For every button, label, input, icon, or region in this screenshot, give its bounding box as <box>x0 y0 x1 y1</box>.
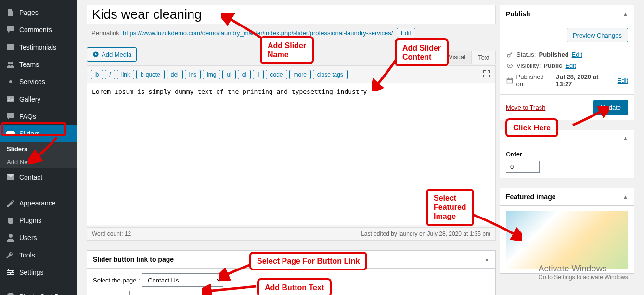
calendar-icon <box>506 77 514 84</box>
eye-icon <box>506 63 514 69</box>
svg-point-14 <box>509 65 511 66</box>
qt-italic[interactable]: i <box>105 70 115 79</box>
sidebar-item-sliders[interactable]: Sliders <box>0 125 77 142</box>
sidebar-item-plugins[interactable]: Plugins <box>0 212 77 229</box>
right-column: Publish ▲ Preview Changes Status: Publis… <box>500 5 634 283</box>
editor-tabs: Visual Text <box>442 51 496 64</box>
sidebar-label: Users <box>19 234 37 242</box>
select-page-dropdown[interactable]: Contact Us <box>142 273 223 287</box>
attributes-box: ▲ Order <box>500 130 634 178</box>
team-icon <box>6 60 15 69</box>
toggle-arrow-icon[interactable]: ▲ <box>623 194 628 200</box>
tool-icon <box>6 250 15 260</box>
toggle-arrow-icon[interactable]: ▲ <box>623 11 628 17</box>
settings-icon <box>6 268 15 277</box>
comment-icon <box>6 25 15 35</box>
permalink-edit-button[interactable]: Edit <box>397 28 415 38</box>
sidebar-item-users[interactable]: Users <box>0 229 77 246</box>
published-value: Jul 28, 2020 at 13:27 <box>556 73 615 88</box>
qt-code[interactable]: code <box>266 70 287 79</box>
qt-closetags[interactable]: close tags <box>313 70 348 79</box>
svg-point-13 <box>507 54 510 57</box>
sidebar-item-dashboard[interactable] <box>0 0 77 4</box>
sidebar-item-services[interactable]: Services <box>0 73 77 90</box>
visibility-label: Visibility: <box>516 62 541 69</box>
featured-image-box: Featured image ▲ <box>500 188 634 274</box>
permalink-label: Permalink: <box>91 29 121 37</box>
qt-ins[interactable]: ins <box>185 70 201 79</box>
sidebar-label: Appearance <box>19 199 56 207</box>
button-text-input[interactable] <box>129 291 219 295</box>
service-icon <box>6 77 15 87</box>
admin-sidebar: Pages Comments Testimonials Teams Servic… <box>0 0 77 295</box>
published-row: Published on: Jul 28, 2020 at 13:27 Edit <box>506 71 628 90</box>
sidebar-item-settings[interactable]: Settings <box>0 264 77 281</box>
visibility-edit-link[interactable]: Edit <box>565 62 576 69</box>
publish-actions: Move to Trash Update <box>500 94 634 120</box>
svg-rect-15 <box>507 78 512 83</box>
text-tab[interactable]: Text <box>472 51 496 64</box>
sidebar-label: Settings <box>19 269 44 276</box>
appearance-icon <box>6 198 15 208</box>
sidebar-item-gallery[interactable]: Gallery <box>0 90 77 108</box>
post-title-input[interactable] <box>87 5 496 24</box>
sidebar-item-faqs[interactable]: FAQs <box>0 108 77 125</box>
main-content: Permalink: https://www.luzukdemo.com/dem… <box>77 0 644 295</box>
postbox-header[interactable]: Slider button link to page ▲ <box>87 251 495 269</box>
qt-img[interactable]: img <box>203 70 220 79</box>
sidebar-item-tools[interactable]: Tools <box>0 246 77 264</box>
order-input[interactable] <box>506 161 540 173</box>
sidebar-item-comments[interactable]: Comments <box>0 21 77 38</box>
sidebar-label: Teams <box>19 61 39 68</box>
faq-icon <box>6 112 15 121</box>
content-textarea[interactable]: Lorem Ipsum is simply dummy text of the … <box>87 83 495 225</box>
attributes-header[interactable]: ▲ <box>500 130 634 146</box>
qt-link[interactable]: link <box>117 70 134 79</box>
sidebar-item-appearance[interactable]: Appearance <box>0 194 77 212</box>
permalink-row: Permalink: https://www.luzukdemo.com/dem… <box>87 28 496 38</box>
sidebar-item-plugincart[interactable]: Plugin Cart Bar <box>0 288 77 295</box>
featured-image-thumbnail[interactable] <box>506 211 628 269</box>
gallery-icon <box>6 94 15 104</box>
status-edit-link[interactable]: Edit <box>572 51 582 58</box>
qt-ul[interactable]: ul <box>222 70 235 79</box>
status-row: Status: Published Edit <box>506 49 628 60</box>
sidebar-item-pages[interactable]: Pages <box>0 4 77 21</box>
qt-more[interactable]: more <box>289 70 311 79</box>
toggle-arrow-icon[interactable]: ▲ <box>623 135 628 141</box>
last-edited: Last edited by laundry on July 28, 2020 … <box>361 231 490 237</box>
status-value: Published <box>539 51 568 58</box>
attributes-body: Order <box>500 146 634 178</box>
svg-point-1 <box>8 62 11 64</box>
publish-header[interactable]: Publish ▲ <box>500 5 634 23</box>
visual-tab[interactable]: Visual <box>442 51 472 64</box>
sidebar-label: Gallery <box>19 95 40 103</box>
sidebar-sub-sliders[interactable]: Sliders <box>0 142 77 155</box>
permalink-url[interactable]: https://www.luzukdemo.com/demo/laundry_m… <box>123 29 393 37</box>
svg-point-2 <box>11 62 13 64</box>
sidebar-item-contact[interactable]: Contact <box>0 168 77 186</box>
add-media-button[interactable]: Add Media <box>87 47 137 62</box>
sidebar-label: Tools <box>19 251 35 259</box>
publish-body: Preview Changes Status: Published Edit V… <box>500 23 634 94</box>
qt-bquote[interactable]: b-quote <box>136 70 165 79</box>
qt-bold[interactable]: b <box>91 70 103 79</box>
update-button[interactable]: Update <box>593 100 628 115</box>
sidebar-label: Pages <box>19 9 39 16</box>
qt-ol[interactable]: ol <box>238 70 251 79</box>
featured-header[interactable]: Featured image ▲ <box>500 188 634 206</box>
qt-del[interactable]: del <box>167 70 183 79</box>
sidebar-item-testimonials[interactable]: Testimonials <box>0 38 77 56</box>
preview-changes-button[interactable]: Preview Changes <box>567 28 628 42</box>
qt-li[interactable]: li <box>253 70 264 79</box>
sidebar-sub-addnew[interactable]: Add New <box>0 155 77 168</box>
sidebar-item-teams[interactable]: Teams <box>0 56 77 73</box>
fullscreen-icon[interactable] <box>482 69 491 80</box>
toggle-arrow-icon[interactable]: ▲ <box>484 257 489 262</box>
cart-icon <box>6 292 15 295</box>
publish-title: Publish <box>506 10 530 18</box>
content-column: Permalink: https://www.luzukdemo.com/dem… <box>87 5 496 295</box>
sidebar-submenu: Sliders Add New <box>0 142 77 168</box>
published-edit-link[interactable]: Edit <box>618 77 628 84</box>
move-to-trash-link[interactable]: Move to Trash <box>506 104 545 111</box>
